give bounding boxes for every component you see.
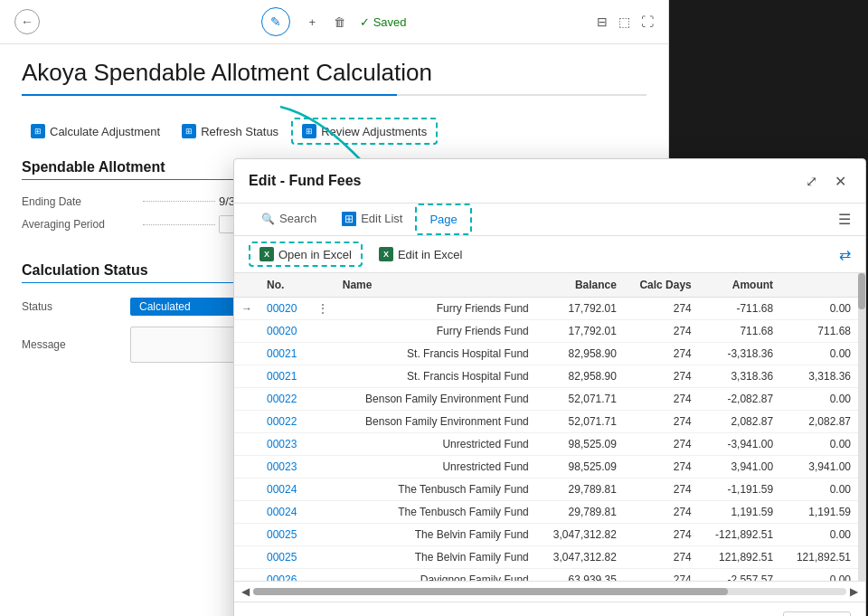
table-row[interactable]: 00023 Unrestricted Fund 98,525.09 274 -3… [234,433,858,456]
row-amount: -2,082.87 [699,388,780,411]
row-days: 274 [624,388,699,411]
row-no[interactable]: 00024 [259,479,310,501]
table-row[interactable]: 00025 The Belvin Family Fund 3,047,312.8… [234,524,858,546]
row-name: Benson Family Environment Fund [335,388,536,411]
row-balance: 82,958.90 [536,343,624,365]
tabs-menu-icon[interactable]: ☰ [838,211,851,228]
page-title: Akoya Spendable Allotment Calculation [22,59,646,87]
table-row[interactable]: → 00020 ⋮ Furry Friends Fund 17,792.01 2… [234,298,858,320]
row-name: Benson Family Environment Fund [335,411,536,433]
delete-button[interactable]: 🗑 [334,15,345,29]
table-row[interactable]: 00022 Benson Family Environment Fund 52,… [234,411,858,433]
row-menu[interactable] [310,546,335,569]
row-extra: 0.00 [780,433,858,456]
row-no[interactable]: 00020 [259,320,310,343]
back-button[interactable]: ← [14,9,40,34]
edit-button[interactable]: ✎ [261,7,290,36]
horizontal-scrollbar[interactable] [253,588,846,595]
table-row[interactable]: 00026 Davignon Family Fund 63,939.35 274… [234,569,858,582]
row-menu[interactable] [310,433,335,456]
page-divider [22,94,646,96]
row-menu[interactable] [310,388,335,411]
row-no[interactable]: 00023 [259,433,310,456]
row-no[interactable]: 00021 [259,343,310,365]
row-extra: 3,941.00 [780,456,858,479]
tab-search[interactable]: 🔍 Search [249,204,329,234]
row-days: 274 [624,524,699,546]
row-no[interactable]: 00025 [259,524,310,546]
row-menu[interactable] [310,479,335,501]
row-menu[interactable] [310,365,335,388]
row-menu[interactable] [310,501,335,524]
row-days: 274 [624,365,699,388]
share-icon[interactable]: ⬚ [618,14,630,29]
tab-edit-list[interactable]: ⊞ Edit List [329,204,415,235]
col-amount: Amount [699,273,780,298]
edit-in-excel-button[interactable]: X Edit in Excel [370,243,472,265]
row-days: 274 [624,298,699,320]
row-extra: 1,191.59 [780,501,858,524]
row-days: 274 [624,501,699,524]
table-row[interactable]: 00025 The Belvin Family Fund 3,047,312.8… [234,546,858,569]
row-no[interactable]: 00025 [259,546,310,569]
table-row[interactable]: 00024 The Tenbusch Family Fund 29,789.81… [234,501,858,524]
row-amount: -3,318.36 [699,343,780,365]
row-extra: 0.00 [780,298,858,320]
bottom-scrollbar-bar: ◀ ▶ [234,581,865,602]
modal-expand-button[interactable]: ⤢ [800,170,822,192]
refresh-status-button[interactable]: ⊞ Refresh Status [173,119,288,143]
review-adjustments-button[interactable]: ⊞ Review Adjustments [291,118,438,145]
page-title-section: Akoya Spendable Allotment Calculation [0,44,668,114]
toolbar-center: ✎ + 🗑 [261,7,345,36]
row-no[interactable]: 00020 [259,298,310,320]
row-menu[interactable] [310,456,335,479]
delete-icon: 🗑 [334,15,345,29]
modal-refresh-icon[interactable]: ⇄ [839,247,851,262]
modal-actions: X Open in Excel X Edit in Excel ⇄ [234,236,865,273]
modal-close-button[interactable]: ✕ [829,170,851,192]
row-no[interactable]: 00022 [259,388,310,411]
table-row[interactable]: 00021 St. Francis Hospital Fund 82,958.9… [234,343,858,365]
table-row[interactable]: 00020 Furry Friends Fund 17,792.01 274 7… [234,320,858,343]
row-no[interactable]: 00021 [259,365,310,388]
row-menu[interactable] [310,320,335,343]
calculate-adjustment-button[interactable]: ⊞ Calculate Adjustment [22,119,169,143]
row-menu[interactable] [310,411,335,433]
row-no[interactable]: 00022 [259,411,310,433]
row-extra: 711.68 [780,320,858,343]
scroll-left-icon[interactable]: ◀ [241,585,250,598]
row-extra: 0.00 [780,569,858,582]
row-no[interactable]: 00023 [259,456,310,479]
row-menu[interactable] [310,343,335,365]
row-no[interactable]: 00024 [259,501,310,524]
row-extra: 2,082.87 [780,411,858,433]
row-menu[interactable] [310,569,335,582]
open-in-excel-button[interactable]: X Open in Excel [249,242,363,267]
vertical-scrollbar[interactable] [858,273,865,581]
bookmark-icon[interactable]: ⊟ [597,14,608,29]
table-row[interactable]: 00023 Unrestricted Fund 98,525.09 274 3,… [234,456,858,479]
add-button[interactable]: + [308,15,316,29]
back-icon: ← [21,14,33,29]
row-days: 274 [624,320,699,343]
row-no[interactable]: 00026 [259,569,310,582]
scroll-right-icon[interactable]: ▶ [850,585,858,598]
refresh-icon: ⊞ [182,124,196,138]
row-balance: 52,071.71 [536,411,624,433]
table-row[interactable]: 00021 St. Francis Hospital Fund 82,958.9… [234,365,858,388]
row-days: 274 [624,343,699,365]
tab-page[interactable]: Page [415,204,471,235]
row-amount: 711.68 [699,320,780,343]
row-menu[interactable]: ⋮ [310,298,335,320]
table-row[interactable]: 00022 Benson Family Environment Fund 52,… [234,388,858,411]
col-days: Calc Days [624,273,699,298]
row-menu[interactable] [310,524,335,546]
expand-icon[interactable]: ⛶ [641,14,654,29]
table-container[interactable]: No. Name Balance Calc Days Amount → 0002… [234,273,858,581]
review-icon: ⊞ [302,124,316,138]
row-extra: 121,892.51 [780,546,858,569]
ending-date-label: Ending Date [22,195,139,208]
table-row[interactable]: 00024 The Tenbusch Family Fund 29,789.81… [234,479,858,501]
row-balance: 52,071.71 [536,388,624,411]
close-button[interactable]: Close [783,611,851,616]
